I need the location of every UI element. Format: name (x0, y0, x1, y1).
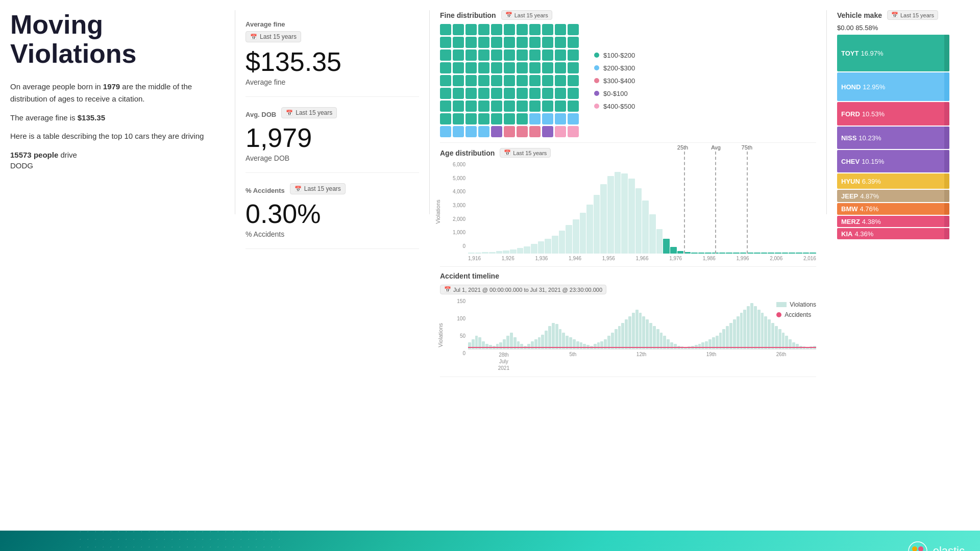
table-description: Here is a table describing the top 10 ca… (10, 130, 214, 142)
waffle-cell (491, 37, 502, 48)
avg-dob-section: Avg. DOB 📅 Last 15 years 1,979 Average D… (246, 97, 419, 173)
xaxis-19th: 19th (706, 352, 716, 371)
treemap-item-name: CHEV (841, 158, 860, 165)
elastic-icon (908, 541, 928, 551)
avg-dob-filter-text: Last 15 years (296, 109, 332, 116)
svg-point-1 (912, 546, 917, 551)
footer: elastic (0, 531, 980, 551)
waffle-cell (568, 126, 579, 137)
treemap-item-pct: 4.38% (862, 218, 881, 226)
waffle-cell (542, 37, 553, 48)
age-dist-ylabel: Violations (435, 199, 441, 224)
age-dist-chart: 6,000 5,000 4,000 3,000 2,000 1,000 0 Vi… (440, 162, 816, 261)
accident-chart-wrapper: 150 100 50 0 Violations Violatio (440, 298, 816, 371)
timeline-bar (580, 342, 583, 349)
waffle-cell (504, 75, 515, 86)
xaxis-26th: 26th (776, 352, 786, 371)
birth-year: 1979 (103, 82, 120, 91)
treemap-item-name: BMW (841, 205, 858, 213)
treemap-stripe (944, 203, 949, 215)
car-model: DODG (10, 161, 214, 170)
waffle-cell (504, 88, 515, 99)
label-25th: 25th (677, 144, 688, 151)
waffle-cell (517, 75, 528, 86)
waffle-cell (440, 88, 451, 99)
treemap-stripe (944, 127, 949, 149)
waffle-cell (504, 113, 515, 124)
timeline-bar (670, 342, 673, 349)
timeline-bar (656, 329, 659, 349)
timeline-bar (743, 310, 746, 349)
calendar-icon-2: 📅 (286, 110, 293, 116)
accident-timeline-section: Accident timeline 📅 Jul 1, 2021 @ 00:00:… (440, 272, 816, 377)
fine-dist-filter-text: Last 15 years (514, 12, 548, 18)
age-bar (663, 239, 670, 254)
age-bar (656, 229, 663, 254)
waffle-cell (542, 113, 553, 124)
pct-accidents-filter-badge[interactable]: 📅 Last 15 years (290, 183, 346, 194)
treemap-item-pct: 4.87% (860, 192, 879, 200)
age-dist-filter[interactable]: 📅 Last 15 years (500, 148, 551, 158)
age-bar (796, 253, 802, 254)
legend-accidents: Accidents (776, 311, 816, 318)
treemap-item-pct: 12.95% (863, 83, 885, 91)
waffle-cell (440, 113, 451, 124)
waffle-grid (440, 24, 579, 137)
treemap-item-name: NISS (841, 134, 856, 142)
waffle-cell (542, 62, 553, 73)
treemap-bar: HYUN6.39% (837, 173, 949, 189)
timeline-bar (621, 323, 624, 349)
fine-dist-content: $100-$200 $200-$300 $300-$400 $0-$100 (440, 24, 816, 137)
waffle-cell (555, 101, 566, 112)
waffle-cell (542, 24, 553, 35)
xaxis-1956: 1,956 (602, 256, 615, 261)
timeline-bar (729, 323, 732, 349)
waffle-cell (529, 113, 541, 124)
timeline-bar (649, 323, 652, 349)
waffle-cell (465, 126, 477, 137)
waffle-cell (568, 49, 579, 61)
treemap-container: TOYT16.97%HOND12.95%FORD10.53%NISS10.23%… (837, 35, 970, 520)
avg-dob-filter-badge[interactable]: 📅 Last 15 years (281, 107, 337, 118)
avg-fine-filter-badge[interactable]: 📅 Last 15 years (246, 31, 301, 42)
fine-dist-filter[interactable]: 📅 Last 15 years (501, 10, 552, 20)
calendar-icon-7: 📅 (891, 12, 898, 18)
elastic-logo: elastic (908, 541, 965, 551)
age-bar (552, 236, 558, 254)
avg-fine-sublabel: Average fine (246, 78, 419, 86)
pct-accidents-sublabel: % Accidents (246, 230, 419, 238)
waffle-cell (478, 113, 489, 124)
legend-label-accidents: Accidents (785, 311, 811, 318)
waffle-cell (440, 126, 451, 137)
age-bar (531, 244, 537, 254)
timeline-bar (726, 326, 729, 349)
timeline-bar (775, 326, 778, 349)
accident-yaxis: 150 100 50 0 (440, 298, 468, 356)
age-bar (740, 253, 747, 254)
legend-label-5: $400-$500 (603, 103, 635, 110)
waffle-cell (555, 24, 566, 35)
timeline-bar (737, 316, 740, 349)
age-bar (586, 205, 593, 254)
treemap-item-name: KIA (841, 230, 852, 238)
right-panel: Vehicle make 📅 Last 15 years $0.00 85.58… (837, 10, 970, 520)
waffle-cell (529, 101, 541, 112)
accident-filter-badge[interactable]: 📅 Jul 1, 2021 @ 00:00:00.000 to Jul 31, … (440, 285, 606, 294)
pct-accidents-label: % Accidents (246, 187, 285, 194)
treemap-row: MERZ4.38% (837, 216, 970, 227)
xaxis-12th: 12th (636, 352, 646, 371)
treemap-item-name: TOYT (841, 49, 859, 57)
waffle-cell (453, 88, 464, 99)
timeline-bar (722, 329, 725, 349)
treemap-row: HOND12.95% (837, 72, 970, 101)
calendar-icon-6: 📅 (444, 286, 451, 293)
timeline-bar (594, 344, 597, 349)
age-bar (789, 253, 795, 254)
age-bar (768, 253, 774, 254)
waffle-cell (568, 37, 579, 48)
yaxis-6000: 6,000 (453, 162, 465, 167)
legend-dot-4 (594, 91, 599, 96)
timeline-bar (642, 316, 645, 349)
timeline-bar (628, 316, 631, 349)
vehicle-make-filter[interactable]: 📅 Last 15 years (887, 10, 938, 20)
